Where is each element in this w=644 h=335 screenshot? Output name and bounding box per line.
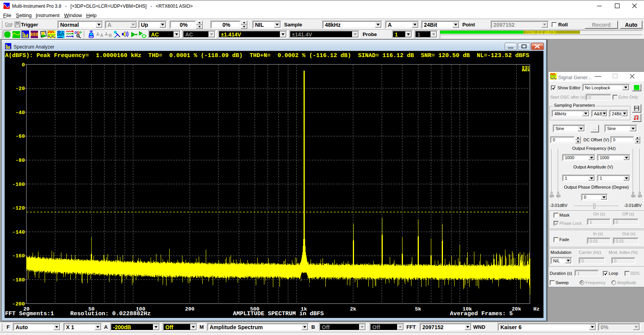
svg-text:-160: -160 [12,253,25,259]
svg-text:20k: 20k [512,306,521,312]
svg-text:Hz: Hz [533,306,540,312]
svg-text:B: B [109,33,112,38]
svg-text:-20: -20 [16,86,25,92]
svg-text:5k: 5k [415,306,421,312]
svg-text:DUT: DUT [57,33,64,36]
svg-text:-140: -140 [12,229,25,235]
svg-text:DDP: DDP [75,31,82,35]
svg-text:2k: 2k [350,306,356,312]
svg-text:FFT Segments:1: FFT Segments:1 [5,311,54,317]
svg-text:-180: -180 [12,277,25,283]
svg-text:-120: -120 [12,205,25,211]
svg-text:-80: -80 [16,158,25,163]
svg-text:888: 888 [31,32,38,38]
svg-text:-40: -40 [16,110,25,116]
svg-text:200: 200 [185,306,194,312]
svg-text:0: 0 [22,62,25,68]
svg-text:-60: -60 [16,134,25,139]
svg-text:Resolution: 0.0228882Hz: Resolution: 0.0228882Hz [70,311,151,317]
svg-text:-100: -100 [12,182,25,187]
svg-text:A: A [100,33,103,38]
svg-text:AMPLITUDE SPECTRUM in dBFS: AMPLITUDE SPECTRUM in dBFS [233,311,324,317]
svg-text:Averaged Frames: 5: Averaged Frames: 5 [450,311,513,317]
